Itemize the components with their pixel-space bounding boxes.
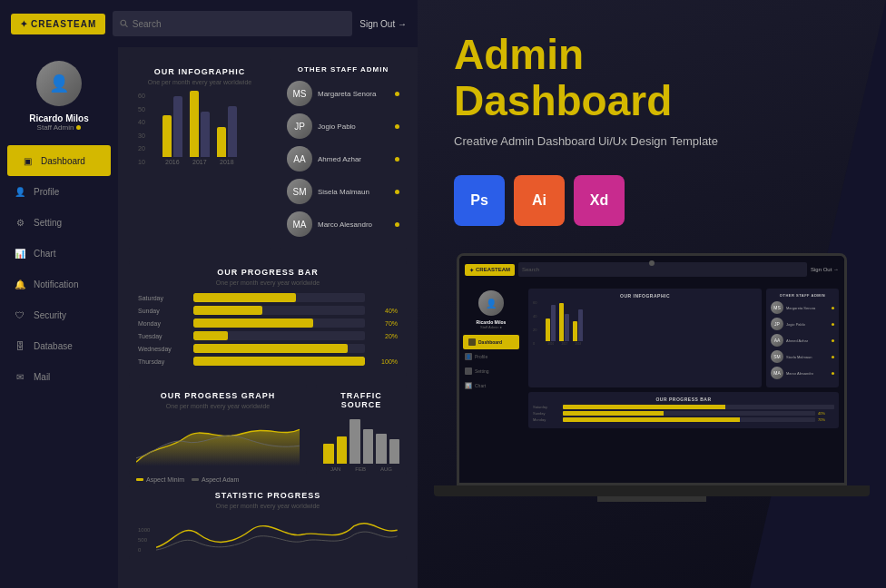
laptop-nav-setting[interactable]: ⚙ Setting <box>459 364 523 378</box>
bar-2018-yellow <box>217 127 226 157</box>
sidebar-item-setting[interactable]: ⚙ Setting <box>0 207 118 238</box>
laptop-bar-2018-g <box>578 309 583 341</box>
badge-ai-label: Ai <box>532 192 546 209</box>
laptop-stand <box>597 496 706 502</box>
laptop-dashboard-content: OUR INFOGRAPHIC 60 40 20 0 <box>523 283 844 483</box>
promo-title: Admin Dashboard <box>454 32 850 123</box>
staff-avatar-2: JP <box>287 113 312 139</box>
laptop-progress-title: OUR PROGRESS BAR <box>533 397 834 402</box>
laptop-nav-dashboard[interactable]: ▣ Dashboard <box>463 335 519 349</box>
badge-xd[interactable]: Xd <box>574 175 625 226</box>
statistic-section: STATISTIC PROGRESS One per month every y… <box>129 484 407 560</box>
brand-name: CREASTEAM <box>31 19 96 29</box>
sidebar-item-chart[interactable]: 📊 Chart <box>0 238 118 269</box>
infographic-subtitle: One per month every year worldwide <box>138 79 261 85</box>
progress-graph-subtitle: One per month every year worldwide <box>136 403 300 409</box>
laptop-nav-chart[interactable]: 📊 Chart <box>459 378 523 393</box>
staff-item-2: JP Jogio Pablo <box>287 113 399 139</box>
progress-row-wednesday: Wednesday <box>138 344 398 353</box>
laptop-staff-n-3: Ahmed Azhar <box>786 338 808 343</box>
staff-name-4: Sisela Malmaun <box>318 188 369 196</box>
progress-graph-title: OUR PROGRESS GRAPH <box>136 391 300 400</box>
sidebar-item-notification[interactable]: 🔔 Notification <box>0 269 118 299</box>
laptop-infographic-title: OUR INFOGRAPHIC <box>533 293 757 299</box>
brand-logo[interactable]: ✦ CREASTEAM <box>11 14 105 34</box>
user-name: Ricardo Milos <box>29 113 89 123</box>
left-dashboard-panel: ✦ CREASTEAM Sign Out → 👤 Ricardo Milos S… <box>0 0 418 588</box>
progress-row-tuesday: Tuesday 20% <box>138 331 398 340</box>
avatar: 👤 <box>36 61 82 106</box>
main-content: 👤 Ricardo Milos Staff Admin ▣ Dashboard … <box>0 47 418 588</box>
sidebar-item-security[interactable]: 🛡 Security <box>0 299 118 330</box>
sidebar-item-mail[interactable]: ✉ Mail <box>0 361 118 392</box>
mini-bar-4 <box>363 429 374 465</box>
search-input[interactable] <box>133 19 346 29</box>
laptop-bar-2017: 2017 <box>559 303 569 346</box>
laptop-staff-d-3 <box>832 339 834 342</box>
laptop-staff-1: MS Margareta Senora <box>771 301 834 314</box>
laptop-bar-2016-g <box>551 305 556 341</box>
mini-bar-1 <box>323 444 334 464</box>
svg-point-0 <box>121 20 126 25</box>
laptop-infographic: OUR INFOGRAPHIC 60 40 20 0 <box>528 289 762 387</box>
laptop-staff-d-1 <box>832 307 834 309</box>
staff-dot-1 <box>395 92 399 96</box>
legend-gray <box>192 478 199 481</box>
progress-row-sunday: Sunday 40% <box>138 306 398 315</box>
staff-item-5: MA Marco Alesandro <box>287 211 399 237</box>
laptop-setting-icon: ⚙ <box>465 368 472 375</box>
mini-bar-5 <box>376 434 387 464</box>
progress-track-saturday <box>193 293 365 302</box>
staff-list: OTHER STAFF ADMIN MS Margareta Senora JP… <box>280 58 407 251</box>
laptop-y-axis: 60 40 20 0 <box>533 300 537 346</box>
laptop-dashboard-icon: ▣ <box>468 338 476 346</box>
staff-avatar-1: MS <box>287 81 312 106</box>
chart-icon: 📊 <box>14 247 26 260</box>
sign-out-button[interactable]: Sign Out → <box>359 19 407 29</box>
traffic-label-jan: JAN <box>330 466 340 472</box>
promo-subtitle: Creative Admin Dashboard Ui/Ux Design Te… <box>454 134 850 148</box>
search-bar[interactable] <box>113 11 352 36</box>
laptop-prog-fill-sun <box>563 411 664 416</box>
badge-ps-label: Ps <box>470 192 488 209</box>
bar-2018-gray <box>228 106 237 157</box>
mini-bar-3 <box>349 419 360 465</box>
infographic-chart: OUR INFOGRAPHIC One per month every year… <box>129 58 271 251</box>
staff-avatar-4: SM <box>287 179 312 204</box>
badge-photoshop[interactable]: Ps <box>454 175 505 226</box>
role-dot <box>76 125 81 130</box>
laptop-staff-list: OTHER STAFF ADMIN MS Margareta Senora JP… <box>766 289 839 387</box>
laptop-brand: ✦ CREASTEAM <box>465 264 515 276</box>
progress-fill-saturday <box>193 293 296 302</box>
notification-icon: 🔔 <box>14 278 26 290</box>
laptop-signout: Sign Out → <box>811 267 839 272</box>
traffic-label-feb: FEB <box>355 466 366 472</box>
badge-illustrator[interactable]: Ai <box>514 175 565 226</box>
progress-row-monday: Monday 70% <box>138 318 398 328</box>
laptop-staff-n-5: Marco Alesandro <box>786 371 813 376</box>
laptop-prog-mon: Monday 70% <box>533 417 834 422</box>
laptop-search-text: Search <box>522 267 539 272</box>
sidebar-item-dashboard[interactable]: ▣ Dashboard <box>7 145 111 176</box>
sidebar-item-profile[interactable]: 👤 Profile <box>0 176 118 207</box>
staff-item-3: AA Ahmed Azhar <box>287 146 399 172</box>
sidebar-item-database[interactable]: 🗄 Database <box>0 330 118 361</box>
traffic-box: TRAFFIC SOURCE JAN FEB AUG <box>316 384 407 475</box>
staff-name-2: Jogio Pablo <box>318 122 356 131</box>
profile-icon: 👤 <box>14 185 26 198</box>
top-bar: ✦ CREASTEAM Sign Out → <box>0 0 418 47</box>
progress-fill-wednesday <box>193 344 348 353</box>
laptop-nav-profile[interactable]: 👤 Profile <box>459 349 523 364</box>
badge-xd-label: Xd <box>590 192 608 209</box>
laptop-staff-2: JP Jogio Pablo <box>771 318 834 330</box>
statistic-title: STATISTIC PROGRESS <box>138 491 398 500</box>
laptop-prog-track-sat <box>563 405 834 409</box>
mini-bar-6 <box>389 439 400 465</box>
laptop-staff-av-3: AA <box>771 334 783 347</box>
database-icon: 🗄 <box>14 339 26 352</box>
laptop-prog-sat: Saturday <box>533 405 834 409</box>
stat-y-500: 500 <box>138 537 150 543</box>
staff-item-4: SM Sisela Malmaun <box>287 179 399 204</box>
staff-name-5: Marco Alesandro <box>318 220 372 229</box>
legend-yellow <box>136 478 143 481</box>
